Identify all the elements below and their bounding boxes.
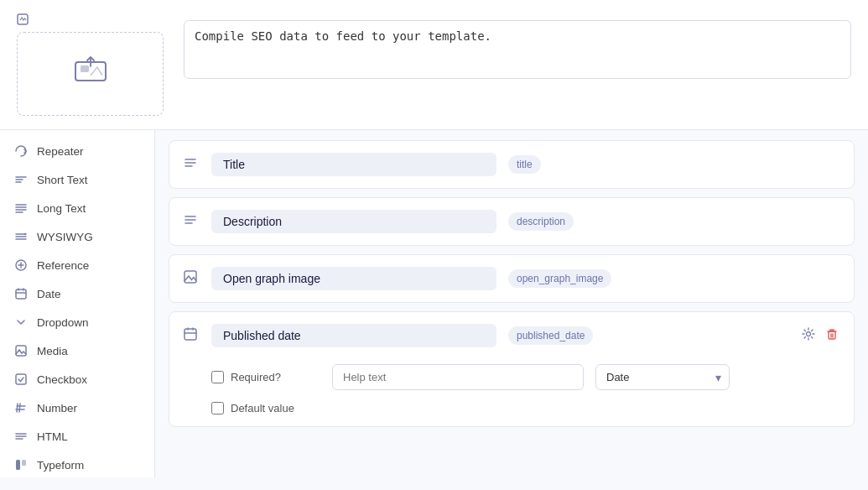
sidebar-item-typeform[interactable]: Typeform xyxy=(0,451,154,477)
type-select[interactable]: DateDateTimeTime xyxy=(595,364,730,390)
required-label: Required? xyxy=(231,371,281,383)
short-text-icon xyxy=(13,173,29,186)
sidebar-item-html[interactable]: HTML xyxy=(0,422,154,451)
sidebar: Repeater Short Text Long Text WYSIWYG Re… xyxy=(0,130,155,477)
sidebar-item-date[interactable]: Date xyxy=(0,279,154,308)
field-icon-published-date xyxy=(183,326,200,345)
svg-rect-5 xyxy=(16,289,26,299)
sidebar-item-checkbox[interactable]: Checkbox xyxy=(0,365,154,394)
field-row-published-date: Published date published_date Required? … xyxy=(169,311,855,427)
sidebar-label-media: Media xyxy=(37,345,68,357)
reference-icon xyxy=(13,258,29,272)
sidebar-item-short-text[interactable]: Short Text xyxy=(0,165,154,194)
wysiwyg-icon xyxy=(13,230,29,243)
field-slug-published-date: published_date xyxy=(508,326,593,345)
description-block xyxy=(184,13,851,116)
html-icon xyxy=(13,430,29,443)
date-icon xyxy=(13,287,29,300)
help-text-input[interactable] xyxy=(332,364,584,390)
svg-rect-13 xyxy=(829,331,835,339)
sidebar-label-short-text: Short Text xyxy=(37,174,88,186)
sidebar-label-long-text: Long Text xyxy=(37,202,86,215)
svg-rect-7 xyxy=(16,374,26,384)
svg-rect-9 xyxy=(22,460,26,466)
sidebar-label-html: HTML xyxy=(37,430,68,443)
sidebar-item-repeater[interactable]: Repeater xyxy=(0,137,154,165)
sidebar-label-date: Date xyxy=(37,288,61,300)
default-wrap: Default value xyxy=(211,402,320,414)
sidebar-item-reference[interactable]: Reference xyxy=(0,251,154,279)
field-row-open-graph-image: Open graph image open_graph_image xyxy=(169,254,855,303)
long-text-icon xyxy=(13,201,29,215)
required-wrap: Required? xyxy=(211,371,320,383)
sidebar-label-checkbox: Checkbox xyxy=(37,373,87,386)
field-row-description: Description description xyxy=(169,197,855,246)
type-select-wrap: DateDateTimeTime ▾ xyxy=(595,364,730,390)
field-name-title: Title xyxy=(211,153,496,176)
typeform-icon xyxy=(13,458,29,472)
field-name-description: Description xyxy=(211,210,496,233)
field-row-title: Title title xyxy=(169,140,855,189)
expanded-content: Required? DateDateTimeTime ▾ Default val… xyxy=(183,364,840,414)
field-header-open-graph-image: Open graph image open_graph_image xyxy=(183,267,840,290)
sidebar-item-number[interactable]: Number xyxy=(0,394,154,422)
svg-rect-2 xyxy=(81,65,89,72)
media-icon xyxy=(13,344,29,357)
field-actions-published-date xyxy=(800,326,840,346)
upload-preview-box[interactable] xyxy=(17,32,164,116)
top-section xyxy=(0,0,868,130)
default-row: Default value xyxy=(211,402,840,414)
svg-rect-6 xyxy=(16,346,26,356)
required-row: Required? DateDateTimeTime ▾ xyxy=(211,364,840,390)
field-header-title: Title title xyxy=(183,153,840,176)
number-icon xyxy=(13,401,29,414)
svg-rect-8 xyxy=(16,460,20,470)
main-layout: Repeater Short Text Long Text WYSIWYG Re… xyxy=(0,130,868,477)
sidebar-label-typeform: Typeform xyxy=(37,459,84,472)
preview-block xyxy=(17,13,164,116)
svg-rect-11 xyxy=(185,329,196,340)
sidebar-item-media[interactable]: Media xyxy=(0,336,154,365)
svg-point-3 xyxy=(24,233,26,235)
svg-rect-10 xyxy=(185,271,196,283)
field-icon-open-graph-image xyxy=(183,269,200,288)
sidebar-label-wysiwyg: WYSIWYG xyxy=(37,231,93,243)
field-slug-title: title xyxy=(508,155,541,174)
sidebar-label-number: Number xyxy=(37,402,77,414)
content-area: Title title Description description Open… xyxy=(155,130,868,477)
default-checkbox[interactable] xyxy=(211,402,224,414)
checkbox-icon xyxy=(13,373,29,386)
repeater-icon xyxy=(13,144,29,158)
required-checkbox[interactable] xyxy=(211,371,224,383)
field-header-description: Description description xyxy=(183,210,840,233)
field-slug-description: description xyxy=(508,212,574,231)
preview-icon xyxy=(17,13,29,25)
description-input[interactable] xyxy=(184,20,851,79)
svg-point-12 xyxy=(807,332,811,336)
sidebar-label-repeater: Repeater xyxy=(37,145,84,158)
upload-icon xyxy=(74,54,107,89)
field-gear-published-date[interactable] xyxy=(800,326,817,346)
dropdown-icon xyxy=(13,315,29,329)
field-name-published-date: Published date xyxy=(211,324,496,347)
sidebar-item-dropdown[interactable]: Dropdown xyxy=(0,308,154,336)
field-slug-open-graph-image: open_graph_image xyxy=(508,269,611,288)
preview-label xyxy=(17,13,34,25)
field-icon-title xyxy=(183,155,200,174)
sidebar-label-dropdown: Dropdown xyxy=(37,316,89,329)
field-icon-description xyxy=(183,212,200,231)
field-header-published-date: Published date published_date xyxy=(183,324,840,347)
field-delete-published-date[interactable] xyxy=(824,326,840,346)
sidebar-item-long-text[interactable]: Long Text xyxy=(0,194,154,222)
sidebar-label-reference: Reference xyxy=(37,259,89,272)
field-name-open-graph-image: Open graph image xyxy=(211,267,496,290)
default-label: Default value xyxy=(231,402,294,414)
sidebar-item-wysiwyg[interactable]: WYSIWYG xyxy=(0,222,154,251)
